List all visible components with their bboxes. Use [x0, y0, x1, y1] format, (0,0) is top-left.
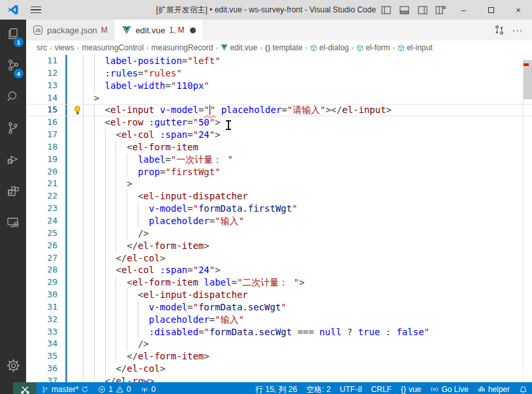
- code-line-23[interactable]: 23 v-model="formData.firstWgt": [26, 203, 532, 215]
- menu-hamburger-icon[interactable]: [26, 0, 46, 20]
- sidebar-item-hierarchy[interactable]: 4: [0, 51, 26, 82]
- warning-icon: [116, 386, 124, 393]
- broadcast-status[interactable]: 0: [136, 382, 161, 394]
- code-line-16[interactable]: 16 <el-row :gutter="50">: [26, 116, 532, 129]
- close-button[interactable]: ×: [505, 0, 532, 20]
- code-line-31[interactable]: 31 v-model="formData.secWgt": [26, 301, 532, 314]
- breadcrumb[interactable]: src›views›measuringControl›measuringReco…: [26, 41, 532, 55]
- code-line-18[interactable]: 18 <el-form-item: [26, 141, 532, 154]
- breadcrumb-item-src[interactable]: src: [37, 43, 47, 52]
- antenna-icon: [140, 386, 149, 393]
- sidebar-item-run-debug[interactable]: [0, 145, 26, 176]
- customize-layout-icon[interactable]: [431, 0, 450, 20]
- line-number: 20: [26, 166, 57, 178]
- code-line-37[interactable]: 37 </el-row>: [26, 375, 532, 382]
- code-line-33[interactable]: 33 :disabled="formData.secWgt === null ?…: [26, 326, 532, 338]
- tab-package-json[interactable]: JS package.json M: [26, 20, 115, 41]
- code-text: label-position="left": [72, 55, 221, 67]
- breadcrumb-item-views[interactable]: views: [55, 43, 74, 52]
- git-branch-status[interactable]: master*: [37, 382, 93, 394]
- breadcrumb-item-el-form[interactable]: el-form: [356, 43, 390, 52]
- toggle-primary-sidebar-icon[interactable]: [377, 0, 395, 20]
- breadcrumb-separator-icon: ›: [351, 44, 354, 52]
- breadcrumb-item-el-dialog[interactable]: el-dialog: [310, 43, 349, 52]
- line-number: 19: [26, 154, 57, 166]
- toggle-panel-icon[interactable]: [395, 0, 413, 20]
- breadcrumb-item-measuringrecord[interactable]: measuringRecord: [151, 43, 213, 52]
- code-line-21[interactable]: 21 >: [26, 178, 532, 190]
- code-line-15[interactable]: 15 <el-input v-model="" placeholder="请输入…: [26, 104, 532, 116]
- breadcrumb-item-template[interactable]: {}template: [265, 43, 303, 52]
- code-line-12[interactable]: 12 :rules="rules": [26, 67, 532, 80]
- code-line-34[interactable]: 34 />: [26, 338, 532, 350]
- code-line-19[interactable]: 19 label="一次计量： ": [26, 154, 532, 166]
- notifications-bell-icon[interactable]: [514, 382, 532, 394]
- line-number: 37: [26, 375, 57, 382]
- code-line-11[interactable]: 11 label-position="left": [26, 55, 532, 67]
- code-line-28[interactable]: 28 <el-col :span="24">: [26, 264, 532, 276]
- code-line-30[interactable]: 30 <el-input-dispatcher: [26, 289, 532, 301]
- breadcrumb-separator-icon: ›: [393, 44, 396, 52]
- sidebar-item-search[interactable]: [0, 82, 26, 114]
- scrollbar-thumb[interactable]: [524, 60, 532, 99]
- remote-indicator[interactable]: [13, 382, 37, 394]
- broadcast-circle-icon: [430, 386, 439, 393]
- go-live-status[interactable]: Go Live: [426, 382, 473, 394]
- code-line-26[interactable]: 26 </el-form-item>: [26, 240, 532, 252]
- code-line-17[interactable]: 17 <el-col :span="24">: [26, 129, 532, 141]
- line-number: 32: [26, 314, 57, 326]
- code-line-22[interactable]: 22 <el-input-dispatcher: [26, 190, 532, 203]
- line-number: 22: [26, 190, 57, 203]
- helper-extension-status[interactable]: helper: [473, 382, 514, 394]
- editor-scrollbar[interactable]: [523, 55, 532, 382]
- breadcrumb-separator-icon: ›: [260, 44, 262, 52]
- code-line-32[interactable]: 32 placeholder="输入": [26, 314, 532, 326]
- sidebar-item-extensions[interactable]: [0, 176, 26, 208]
- tab-edit-vue[interactable]: edit.vue 1, M: [115, 20, 203, 41]
- encoding-status[interactable]: UTF-8: [336, 382, 367, 394]
- cursor-position-status[interactable]: 行 15, 列 26: [251, 382, 302, 394]
- broadcast-count: 0: [151, 385, 156, 394]
- code-editor[interactable]: 11 label-position="left"12 :rules="rules…: [26, 55, 532, 382]
- line-number: 26: [26, 240, 57, 252]
- tab-modified-decoration: M: [101, 25, 108, 35]
- code-line-27[interactable]: 27 </el-col>: [26, 252, 532, 265]
- vue-file-icon: [121, 25, 132, 35]
- breadcrumb-item-edit-vue[interactable]: edit.vue: [221, 43, 257, 52]
- code-text: >: [72, 92, 99, 105]
- sidebar-item-explorer[interactable]: 1: [0, 20, 26, 51]
- code-line-36[interactable]: 36 </el-col>: [26, 363, 532, 375]
- problems-status[interactable]: 1 0: [93, 382, 135, 394]
- code-text: <el-form-item label="二次计量： ">: [72, 276, 305, 289]
- code-line-35[interactable]: 35 </el-form-item>: [26, 350, 532, 363]
- code-line-29[interactable]: 29 <el-form-item label="二次计量： ">: [26, 276, 532, 289]
- code-text: :rules="rules": [72, 67, 182, 80]
- tab-label: package.json: [47, 25, 97, 35]
- code-text: v-model="formData.secWgt": [72, 301, 287, 314]
- symbol-cube-icon: [398, 44, 405, 52]
- settings-gear-icon[interactable]: [0, 350, 26, 381]
- toggle-secondary-sidebar-icon[interactable]: [413, 0, 431, 20]
- branch-name: master*: [52, 385, 78, 394]
- line-number: 28: [26, 264, 57, 276]
- code-line-13[interactable]: 13 label-width="110px": [26, 80, 532, 92]
- indentation-status[interactable]: 空格: 2: [302, 382, 335, 394]
- eol-status[interactable]: CRLF: [367, 382, 396, 394]
- code-line-20[interactable]: 20 prop="firstWgt": [26, 166, 532, 178]
- breadcrumb-item-el-input[interactable]: el-input: [398, 43, 432, 52]
- compare-changes-icon[interactable]: [492, 22, 507, 38]
- sidebar-item-remote-explorer[interactable]: [0, 208, 26, 239]
- dirty-dot-icon[interactable]: [190, 27, 196, 33]
- sidebar-item-source-control[interactable]: [0, 114, 26, 145]
- code-line-14[interactable]: 14 >: [26, 92, 532, 105]
- code-line-24[interactable]: 24 placeholder="输入": [26, 215, 532, 227]
- maximize-button[interactable]: [477, 0, 505, 20]
- minimize-button[interactable]: –: [450, 0, 477, 20]
- code-text: </el-form-item>: [72, 350, 210, 363]
- tab-label: edit.vue: [136, 25, 166, 35]
- breadcrumb-item-measuringcontrol[interactable]: measuringControl: [82, 43, 144, 52]
- more-actions-icon[interactable]: ···: [510, 22, 525, 38]
- breadcrumb-separator-icon: ›: [77, 44, 80, 52]
- code-line-25[interactable]: 25 />: [26, 227, 532, 240]
- language-mode-status[interactable]: {} vue: [396, 382, 426, 394]
